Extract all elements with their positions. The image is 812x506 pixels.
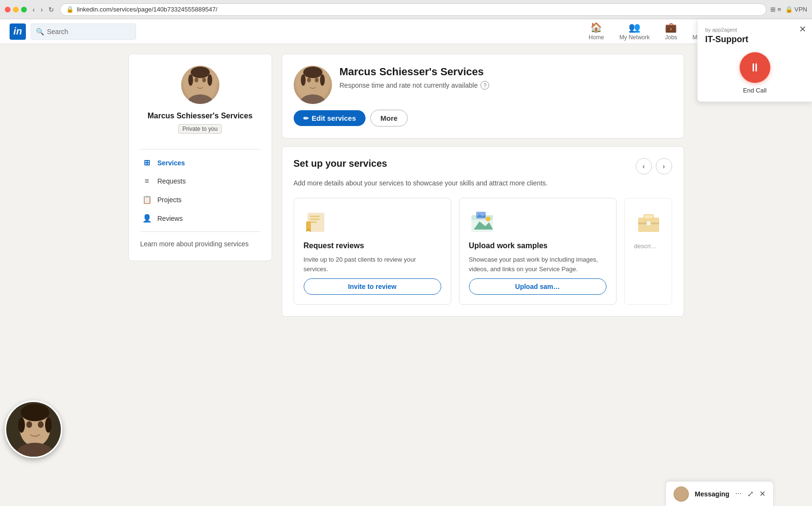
setup-title: Set up your services	[294, 158, 388, 169]
nav-item-jobs[interactable]: 💼 Jobs	[657, 19, 685, 44]
browser-chrome: ‹ › ↻ 🔒 linkedin.com/services/page/140b7…	[0, 0, 812, 19]
page-layout: Marcus Schiesser's Services Private to y…	[119, 54, 694, 317]
end-call-wrap: ⏸ End Call	[705, 52, 804, 94]
service-card-request-reviews: Request reviews Invite up to 20 past cli…	[294, 198, 451, 305]
it-support-card: ✕ by app2agent IT-Support ⏸ End Call	[697, 19, 812, 102]
next-button[interactable]: ›	[656, 158, 672, 174]
messaging-label: Messaging	[695, 490, 729, 498]
end-call-button[interactable]: ⏸	[740, 52, 770, 83]
service-card-third: descri…	[624, 198, 672, 305]
svg-point-35	[21, 404, 49, 421]
prev-button[interactable]: ‹	[636, 158, 652, 174]
it-card-close-button[interactable]: ✕	[799, 24, 806, 34]
upload-sample-button[interactable]: Upload sam…	[469, 278, 606, 295]
it-card-title: IT-Support	[705, 34, 804, 45]
sidebar-avatar	[181, 66, 219, 104]
svg-point-13	[320, 74, 325, 86]
sidebar-item-projects[interactable]: 📋 Projects	[140, 190, 260, 209]
svg-point-4	[191, 67, 210, 78]
browser-forward-button[interactable]: ›	[39, 5, 45, 14]
service-card-upload-work: Upload work samples Showcase your past w…	[459, 198, 617, 305]
browser-url-bar[interactable]: 🔒 linkedin.com/services/page/140b7332455…	[60, 3, 766, 16]
search-bar[interactable]: 🔍 Search	[31, 23, 136, 40]
upload-work-icon	[469, 208, 498, 237]
browser-back-button[interactable]: ‹	[31, 5, 37, 14]
search-placeholder: Search	[47, 28, 68, 35]
left-sidebar: Marcus Schiesser's Services Private to y…	[128, 54, 272, 317]
sidebar-avatar-wrap	[140, 66, 260, 104]
nav-item-home-label: Home	[589, 34, 604, 41]
svg-point-33	[26, 421, 32, 428]
edit-services-button[interactable]: ✏ Edit services	[294, 110, 366, 126]
svg-point-1	[187, 94, 214, 104]
request-reviews-icon	[304, 208, 332, 237]
main-content: Marcus Schiesser's Services Response tim…	[282, 54, 684, 317]
question-mark-icon[interactable]: ?	[480, 81, 489, 90]
svg-rect-27	[644, 215, 653, 219]
browser-lock-icon: 🔒	[66, 6, 74, 13]
third-card-desc: descri…	[634, 242, 662, 295]
browser-url-text: linkedin.com/services/page/140b733245558…	[77, 6, 217, 13]
sidebar-item-reviews-label: Reviews	[158, 215, 183, 222]
messaging-close-icon[interactable]: ✕	[759, 489, 766, 498]
webcam-face-svg	[6, 402, 62, 458]
setup-card: Set up your services ‹ › Add more detail…	[282, 146, 684, 317]
avatar-face	[181, 66, 219, 104]
sidebar-user-name: Marcus Schiesser's Services	[140, 112, 260, 120]
setup-nav-buttons: ‹ ›	[636, 158, 672, 174]
pencil-icon: ✏	[303, 115, 309, 122]
profile-card-info: Marcus Schiesser's Services Response tim…	[340, 66, 672, 90]
svg-point-8	[299, 94, 326, 104]
invite-to-review-button[interactable]: Invite to review	[304, 278, 441, 295]
jobs-icon: 💼	[665, 22, 677, 33]
phone-icon: ⏸	[749, 61, 761, 74]
sidebar-card: Marcus Schiesser's Services Private to y…	[128, 54, 272, 261]
edit-services-label: Edit services	[312, 114, 356, 122]
svg-point-10	[315, 78, 319, 82]
browser-refresh-button[interactable]: ↻	[46, 5, 56, 14]
sidebar-item-requests[interactable]: ≡ Requests	[140, 172, 260, 190]
svg-rect-17	[310, 221, 317, 223]
messaging-avatar	[674, 486, 689, 502]
request-reviews-title: Request reviews	[304, 242, 441, 250]
upload-work-desc: Showcase your past work by including ima…	[469, 255, 606, 274]
sidebar-private-badge: Private to you	[178, 124, 222, 134]
browser-dots	[5, 7, 27, 12]
messaging-expand-icon[interactable]: ⤢	[747, 489, 754, 498]
request-reviews-desc: Invite up to 20 past clients to review y…	[304, 255, 441, 274]
profile-card-meta: Response time and rate not currently ava…	[340, 81, 672, 90]
profile-card-actions: ✏ Edit services More	[294, 110, 672, 126]
linkedin-navbar: in 🔍 Search 🏠 Home 👥 My Network 💼 Jobs 💬…	[0, 19, 812, 44]
messaging-bar[interactable]: Messaging ··· ⤢ ✕	[665, 481, 774, 506]
setup-card-header: Set up your services ‹ ›	[294, 158, 672, 174]
svg-point-6	[207, 74, 212, 86]
services-icon: ⊞	[142, 158, 152, 167]
sidebar-divider	[140, 149, 260, 150]
sidebar-learn-more[interactable]: Learn more about providing services	[140, 240, 260, 249]
svg-point-2	[194, 78, 198, 82]
svg-point-23	[486, 217, 491, 221]
linkedin-logo[interactable]: in	[10, 23, 26, 40]
third-card-icon	[634, 208, 663, 237]
svg-point-11	[303, 67, 322, 78]
svg-point-3	[202, 78, 206, 82]
svg-rect-29	[647, 221, 651, 225]
sidebar-item-reviews[interactable]: 👤 Reviews	[140, 209, 260, 228]
browser-nav-buttons[interactable]: ‹ › ↻	[31, 5, 56, 14]
messaging-icons[interactable]: ··· ⤢ ✕	[735, 489, 766, 498]
nav-item-my-network[interactable]: 👥 My Network	[612, 19, 657, 44]
profile-card-avatar	[294, 66, 332, 104]
sidebar-item-services[interactable]: ⊞ Services	[140, 153, 260, 172]
end-call-label: End Call	[743, 87, 766, 94]
svg-point-12	[301, 74, 306, 86]
it-card-by: by app2agent	[705, 27, 804, 33]
requests-icon: ≡	[142, 177, 152, 185]
messaging-more-icon[interactable]: ···	[735, 489, 742, 498]
more-button[interactable]: More	[370, 110, 408, 126]
profile-meta-text: Response time and rate not currently ava…	[340, 81, 478, 89]
nav-item-jobs-label: Jobs	[665, 34, 677, 41]
setup-subtitle: Add more details about your services to …	[294, 178, 672, 188]
browser-extension-icons: ⊞ ≡	[770, 6, 781, 13]
search-icon: 🔍	[36, 28, 44, 35]
nav-item-home[interactable]: 🏠 Home	[581, 19, 612, 44]
